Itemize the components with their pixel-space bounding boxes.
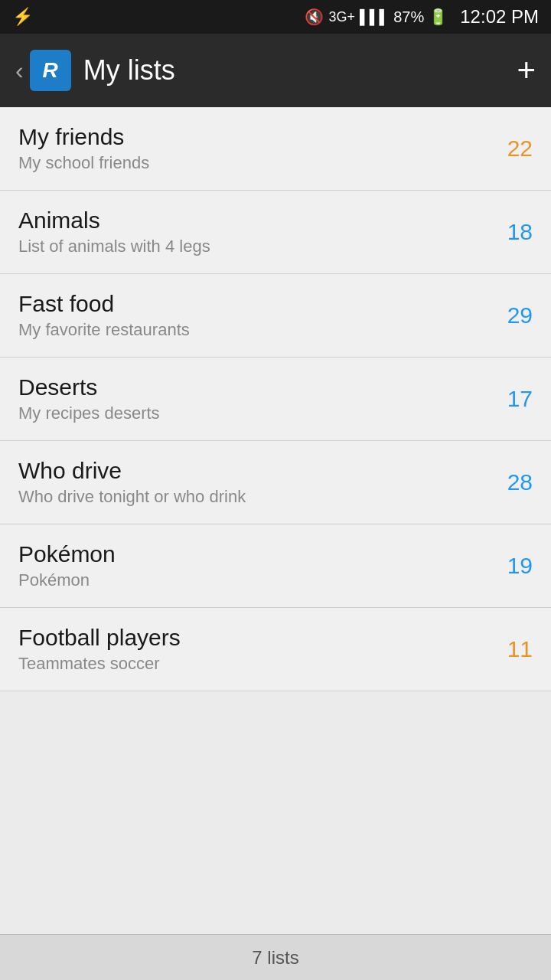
list-item[interactable]: Animals List of animals with 4 legs 18 <box>0 191 551 274</box>
list-item-subtitle: My school friends <box>18 153 494 173</box>
clock: 12:02 PM <box>460 6 539 28</box>
list-item-content: Who drive Who drive tonight or who drink <box>18 458 494 507</box>
list-item-title: My friends <box>18 124 494 150</box>
status-icons: 🔇 3G+ ▌▌▌ 87% 🔋 <box>305 8 448 26</box>
list-item-title: Football players <box>18 625 494 651</box>
list-item[interactable]: Fast food My favorite restaurants 29 <box>0 274 551 358</box>
list-item-title: Deserts <box>18 374 494 400</box>
status-bar: ⚡ 🔇 3G+ ▌▌▌ 87% 🔋 12:02 PM <box>0 0 551 34</box>
mute-icon: 🔇 <box>305 8 324 26</box>
app-logo: R <box>30 50 71 91</box>
list-item-subtitle: My favorite restaurants <box>18 320 494 340</box>
list-item-title: Who drive <box>18 458 494 484</box>
list-item-subtitle: Who drive tonight or who drink <box>18 487 494 507</box>
list-item-count: 11 <box>494 636 533 662</box>
list-item[interactable]: Who drive Who drive tonight or who drink… <box>0 441 551 524</box>
list-item-content: Animals List of animals with 4 legs <box>18 207 494 256</box>
back-button[interactable]: ‹ <box>15 57 24 85</box>
usb-icon: ⚡ <box>12 7 33 27</box>
battery-label: 87% <box>393 8 424 26</box>
footer: 7 lists <box>0 934 551 980</box>
list-item-count: 29 <box>494 302 533 328</box>
list-item-content: My friends My school friends <box>18 124 494 173</box>
signal-icon: ▌▌▌ <box>360 9 389 25</box>
list-item-count: 28 <box>494 469 533 495</box>
list-item-content: Fast food My favorite restaurants <box>18 291 494 340</box>
list-item[interactable]: Football players Teammates soccer 11 <box>0 608 551 691</box>
list-item-content: Football players Teammates soccer <box>18 625 494 674</box>
list-item[interactable]: My friends My school friends 22 <box>0 107 551 191</box>
page-title: My lists <box>83 54 517 87</box>
list-item-title: Animals <box>18 207 494 234</box>
list-item-subtitle: List of animals with 4 legs <box>18 237 494 256</box>
app-bar: ‹ R My lists + <box>0 34 551 107</box>
list-item-count: 19 <box>494 553 533 579</box>
network-icon: 3G+ <box>328 9 355 25</box>
list-item[interactable]: Pokémon Pokémon 19 <box>0 524 551 608</box>
list-item-content: Pokémon Pokémon <box>18 541 494 590</box>
list-item-subtitle: Pokémon <box>18 570 494 590</box>
logo-letter: R <box>43 58 58 83</box>
add-list-button[interactable]: + <box>517 54 536 87</box>
list-item-subtitle: Teammates soccer <box>18 654 494 674</box>
list-item[interactable]: Deserts My recipes deserts 17 <box>0 358 551 441</box>
list-count-label: 7 lists <box>252 947 298 969</box>
list-item-title: Pokémon <box>18 541 494 567</box>
list-item-count: 18 <box>494 219 533 245</box>
battery-icon: 🔋 <box>429 8 448 26</box>
list-item-count: 22 <box>494 136 533 162</box>
list-item-title: Fast food <box>18 291 494 317</box>
list-item-subtitle: My recipes deserts <box>18 403 494 423</box>
list-item-content: Deserts My recipes deserts <box>18 374 494 423</box>
list-item-count: 17 <box>494 386 533 412</box>
lists-container: My friends My school friends 22 Animals … <box>0 107 551 934</box>
